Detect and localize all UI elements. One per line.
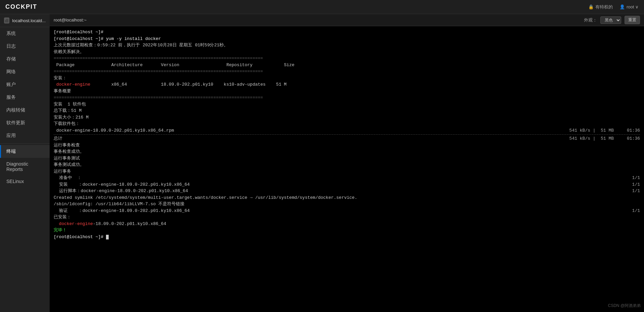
- sidebar: ⬛ localhost.locald... 系统日志存储网络账户服务内核转储软件…: [0, 14, 50, 312]
- terminal-line: 安装 ：docker-engine-18.09.0-202.p01.ky10.x…: [54, 181, 640, 188]
- sidebar-item-terminal[interactable]: 终端: [0, 145, 50, 158]
- terminal-line: ========================================…: [54, 68, 640, 75]
- sidebar-item-system[interactable]: 系统: [0, 27, 50, 40]
- terminal-line: 运行脚本：docker-engine-18.09.0-202.p01.ky10.…: [54, 188, 640, 194]
- sidebar-item-selinux[interactable]: SELinux: [0, 175, 50, 187]
- app-logo: cockPIT: [5, 3, 37, 10]
- sidebar-item-diagnostic[interactable]: Diagnostic Reports: [0, 158, 50, 175]
- terminal-line: [root@localhost ~]# yum -y install docke…: [54, 36, 640, 42]
- theme-label: 外观：: [584, 17, 597, 23]
- terminal-line: docker-engine-18.09.0-202.p01.ky10.x86_6…: [54, 221, 640, 227]
- topbar: cockPIT 🔒 有特权的 👤 root ∨: [0, 0, 644, 14]
- sidebar-item-logs[interactable]: 日志: [0, 40, 50, 53]
- content-area: root@localhost:~ 外观： 黑色 白色 重置 [root@loca…: [50, 14, 644, 312]
- theme-select[interactable]: 黑色 白色: [600, 16, 621, 24]
- terminal-tab-label: root@localhost:~: [54, 17, 87, 23]
- terminal-output[interactable]: [root@localhost ~]#[root@localhost ~]# y…: [50, 26, 644, 312]
- terminal-line: 安装大小：216 M: [54, 114, 640, 121]
- terminal-line: [root@localhost ~]#: [54, 234, 640, 240]
- terminal-line: /sbin/ldconfig: /usr/lib64/libLLVM-7.so …: [54, 201, 640, 208]
- terminal-line: ========================================…: [54, 94, 640, 101]
- terminal-line: Package Architecture Version Repository …: [54, 62, 640, 69]
- host-icon: ⬛: [4, 17, 9, 24]
- terminal-line: 事务概要: [54, 88, 640, 95]
- sidebar-nav: 系统日志存储网络账户服务内核转储软件更新应用终端Diagnostic Repor…: [0, 27, 50, 187]
- sidebar-item-accounts[interactable]: 账户: [0, 78, 50, 91]
- terminal-line: 完毕！: [54, 227, 640, 234]
- sidebar-divider: [0, 143, 50, 144]
- terminal-line: 验证 ：docker-engine-18.09.0-202.p01.ky10.x…: [54, 208, 640, 214]
- user-icon: 👤: [620, 4, 625, 9]
- terminal-line: 运行事务检查: [54, 142, 640, 149]
- terminal-line: 下载软件包：: [54, 121, 640, 127]
- reset-button[interactable]: 重置: [625, 16, 640, 24]
- sidebar-host[interactable]: ⬛ localhost.locald...: [0, 14, 50, 27]
- sidebar-item-network[interactable]: 网络: [0, 65, 50, 78]
- terminal-controls: 外观： 黑色 白色 重置: [584, 16, 640, 24]
- terminal-line: ========================================…: [54, 55, 640, 62]
- hostname-label: localhost.locald...: [12, 18, 46, 23]
- terminal-line: docker-engine x86_64 18.09.0-202.p01.ky1…: [54, 81, 640, 88]
- terminal-line: 事务检查成功。: [54, 148, 640, 155]
- terminal-line: docker-engine-18.09.0-202.p01.ky10.x86_6…: [54, 127, 640, 134]
- terminal-line: 已安装：: [54, 214, 640, 221]
- terminal-tabbar: root@localhost:~ 外观： 黑色 白色 重置: [50, 14, 644, 26]
- topbar-right: 🔒 有特权的 👤 root ∨: [588, 4, 639, 10]
- sidebar-item-services[interactable]: 服务: [0, 91, 50, 104]
- terminal-line: Created symlink /etc/systemd/system/mult…: [54, 194, 640, 201]
- sidebar-item-storage[interactable]: 存储: [0, 53, 50, 65]
- terminal-line: 总下载：51 M: [54, 107, 640, 114]
- sidebar-item-updates[interactable]: 软件更新: [0, 117, 50, 129]
- terminal-line: 安装 1 软件包: [54, 101, 640, 108]
- terminal-line: 运行事务: [54, 168, 640, 175]
- terminal-line: 准备中 ：1/1: [54, 175, 640, 181]
- sidebar-item-applications[interactable]: 应用: [0, 129, 50, 142]
- user-menu[interactable]: 👤 root ∨: [620, 4, 639, 9]
- terminal-line: 运行事务测试: [54, 155, 640, 162]
- terminal-line: 事务测试成功。: [54, 162, 640, 168]
- terminal-line: 上次元数据过期检查：0:59:22 前，执行于 2022年10月28日 星期五 …: [54, 42, 640, 49]
- lock-icon: 🔒: [588, 4, 594, 9]
- privileged-indicator: 🔒 有特权的: [588, 4, 613, 10]
- watermark: CSDN @阿酒弟弟: [608, 303, 641, 309]
- terminal-line: 总计 541 kB/s | 51 MB 01:36: [54, 135, 640, 142]
- sidebar-item-kernel-dump[interactable]: 内核转储: [0, 104, 50, 117]
- main-layout: ⬛ localhost.locald... 系统日志存储网络账户服务内核转储软件…: [0, 14, 644, 312]
- terminal-line: [root@localhost ~]#: [54, 29, 640, 36]
- terminal-line: [54, 134, 640, 135]
- terminal-line: 依赖关系解决。: [54, 49, 640, 55]
- terminal-line: 安装：: [54, 75, 640, 82]
